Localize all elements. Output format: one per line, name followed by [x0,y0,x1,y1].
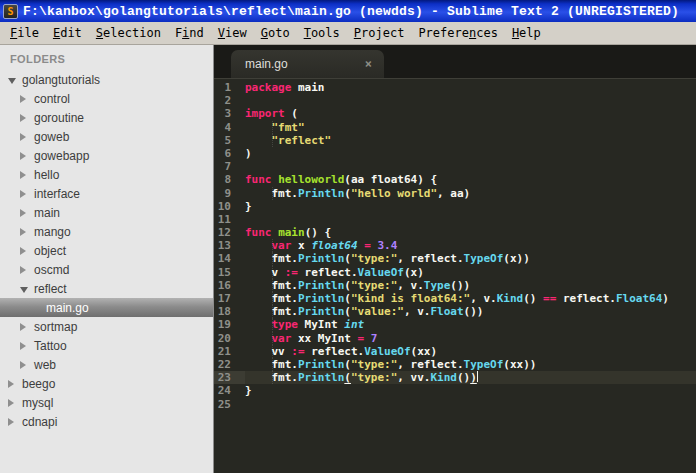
folder-item-goweb[interactable]: goweb [0,127,213,146]
code-line-11[interactable]: 11 [214,213,696,226]
line-text: "fmt" [245,121,305,134]
menu-help[interactable]: Help [505,23,548,43]
code-line-18[interactable]: 18 fmt.Println("value:", v.Float()) [214,305,696,318]
chevron-right-icon[interactable] [20,190,32,198]
folder-item-mango[interactable]: mango [0,222,213,241]
chevron-right-icon[interactable] [20,171,32,179]
indent-guide [272,345,273,358]
folder-item-main[interactable]: main [0,203,213,222]
indent-guide [272,371,273,384]
window-title: F:\kanbox\golangtutorials\reflect\main.g… [23,4,679,19]
folder-item-reflect[interactable]: reflect [0,279,213,298]
code-line-16[interactable]: 16 fmt.Println("type:", v.Type()) [214,279,696,292]
code-line-9[interactable]: 9 fmt.Println("hello world", aa) [214,187,696,200]
line-number: 25 [214,398,245,411]
chevron-right-icon[interactable] [20,95,32,103]
menu-view[interactable]: View [211,23,254,43]
line-text: var xx MyInt = 7 [245,332,377,345]
line-text: fmt.Println("hello world", aa) [245,187,470,200]
folder-item-tattoo[interactable]: Tattoo [0,336,213,355]
code-line-19[interactable]: 19 type MyInt int [214,318,696,331]
folder-item-gowebapp[interactable]: gowebapp [0,146,213,165]
line-text: fmt.Println("type:", v.Type()) [245,279,470,292]
folder-item-object[interactable]: object [0,241,213,260]
code-line-6[interactable]: 6) [214,147,696,160]
chevron-down-icon[interactable] [20,285,32,293]
code-line-21[interactable]: 21 vv := reflect.ValueOf(xx) [214,345,696,358]
tree-item-label: main.go [44,301,89,315]
code-line-13[interactable]: 13 var x float64 = 3.4 [214,239,696,252]
folder-item-sortmap[interactable]: sortmap [0,317,213,336]
line-text: type MyInt int [245,318,364,331]
code-line-10[interactable]: 10} [214,200,696,213]
folder-item-goroutine[interactable]: goroutine [0,108,213,127]
code-line-4[interactable]: 4 "fmt" [214,121,696,134]
code-line-5[interactable]: 5 "reflect" [214,134,696,147]
chevron-right-icon[interactable] [20,323,32,331]
folder-item-web[interactable]: web [0,355,213,374]
code-line-8[interactable]: 8func helloworld(aa float64) { [214,173,696,186]
folder-item-golangtutorials[interactable]: golangtutorials [0,70,213,89]
chevron-down-icon[interactable] [8,76,20,84]
code-line-14[interactable]: 14 fmt.Println("type:", reflect.TypeOf(x… [214,252,696,265]
line-text: vv := reflect.ValueOf(xx) [245,345,437,358]
menu-project[interactable]: Project [347,23,412,43]
folder-item-oscmd[interactable]: oscmd [0,260,213,279]
tree-item-label: oscmd [32,263,69,277]
line-number: 10 [214,200,245,213]
tree-item-label: web [32,358,56,372]
menu-file[interactable]: File [3,23,46,43]
tab-main-go[interactable]: main.go × [231,50,384,78]
chevron-right-icon[interactable] [20,247,32,255]
code-line-15[interactable]: 15 v := reflect.ValueOf(x) [214,266,696,279]
line-number: 11 [214,213,245,226]
code-line-7[interactable]: 7 [214,160,696,173]
code-line-1[interactable]: 1package main [214,81,696,94]
folder-item-mysql[interactable]: mysql [0,393,213,412]
chevron-right-icon[interactable] [20,209,32,217]
code-line-24[interactable]: 24} [214,384,696,397]
menu-tools[interactable]: Tools [297,23,347,43]
chevron-right-icon[interactable] [20,342,32,350]
folder-item-cdnapi[interactable]: cdnapi [0,412,213,431]
folder-item-hello[interactable]: hello [0,165,213,184]
code-line-12[interactable]: 12func main() { [214,226,696,239]
chevron-right-icon[interactable] [20,152,32,160]
tree-item-label: goweb [32,130,69,144]
file-item-main-go[interactable]: main.go [0,298,213,317]
code-line-25[interactable]: 25 [214,398,696,411]
chevron-right-icon[interactable] [20,361,32,369]
chevron-right-icon[interactable] [20,133,32,141]
indent-guide [272,252,273,265]
line-text: fmt.Println("type:", reflect.TypeOf(xx)) [245,358,536,371]
tree-item-label: hello [32,168,59,182]
folder-item-control[interactable]: control [0,89,213,108]
menu-preferences[interactable]: Preferences [411,23,505,43]
code-line-20[interactable]: 20 var xx MyInt = 7 [214,332,696,345]
folder-item-interface[interactable]: interface [0,184,213,203]
menu-goto[interactable]: Goto [254,23,297,43]
tab-close-icon[interactable]: × [365,57,372,71]
chevron-right-icon[interactable] [20,114,32,122]
title-bar: S F:\kanbox\golangtutorials\reflect\main… [0,0,696,22]
chevron-right-icon[interactable] [20,228,32,236]
indent-guide [272,121,273,134]
code-line-3[interactable]: 3import ( [214,107,696,120]
menu-selection[interactable]: Selection [89,23,168,43]
code-line-17[interactable]: 17 fmt.Println("kind is float64:", v.Kin… [214,292,696,305]
chevron-right-icon[interactable] [8,380,20,388]
code-line-2[interactable]: 2 [214,94,696,107]
code-line-22[interactable]: 22 fmt.Println("type:", reflect.TypeOf(x… [214,358,696,371]
code-line-23[interactable]: 23 fmt.Println("type:", vv.Kind()) [214,371,696,384]
menu-edit[interactable]: Edit [46,23,89,43]
tree-item-label: gowebapp [32,149,89,163]
folder-item-beego[interactable]: beego [0,374,213,393]
code-editor[interactable]: 1package main23import (4 "fmt"5 "reflect… [214,78,696,473]
chevron-right-icon[interactable] [20,266,32,274]
chevron-right-icon[interactable] [8,399,20,407]
folders-header: FOLDERS [0,45,213,70]
line-text: ) [245,147,252,160]
menu-find[interactable]: Find [168,23,211,43]
line-number: 14 [214,252,245,265]
chevron-right-icon[interactable] [8,418,20,426]
